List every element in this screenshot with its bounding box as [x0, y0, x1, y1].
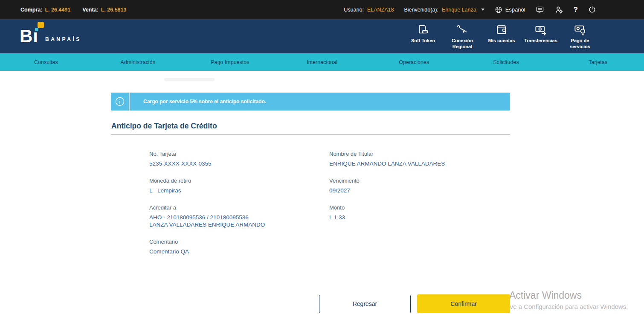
logo-brand-text: BANPAÍS: [45, 36, 81, 42]
nav-item-administracion[interactable]: Administración: [92, 59, 184, 65]
header-quick-menu: Soft Token Conexión Regional Mis cuentas: [406, 23, 597, 50]
watermark-subtitle: Ve a Configuración para activar Windows.: [509, 303, 628, 310]
logo-yellow-square: [38, 22, 44, 28]
field-credit-account: Acreditar a AHO - 210180095536 / 2101800…: [149, 204, 329, 228]
regional-connection-icon: [456, 23, 469, 37]
field-amount: Monto L 1.33: [329, 204, 510, 228]
exchange-rates: Compra: L. 26.4491 Venta: L. 26.5813: [20, 7, 126, 13]
field-withdraw-currency: Moneda de retiro L - Lempiras: [149, 178, 329, 194]
field-value: ENRIQUE ARMANDO LANZA VALLADARES: [329, 160, 510, 167]
sell-rate-value: L. 26.5813: [101, 7, 127, 13]
logo-cyan-dot: [35, 28, 38, 31]
nav-item-operaciones[interactable]: Operaciones: [368, 59, 460, 65]
messages-button[interactable]: [536, 6, 544, 14]
field-comment: Comentario Comentario QA: [149, 239, 329, 255]
field-label: No. Tarjeta: [149, 151, 329, 157]
info-banner-message: Cargo por servicio 5% sobre el anticipo …: [130, 93, 266, 111]
field-label: Monto: [329, 204, 510, 211]
main-header: Bı BANPAÍS Soft Token: [0, 19, 644, 53]
info-banner-icon-cell: [111, 93, 130, 111]
chat-icon: [536, 6, 544, 14]
nav-item-internacional[interactable]: Internacional: [276, 59, 368, 65]
top-status-bar: Compra: L. 26.4491 Venta: L. 26.5813 Usu…: [0, 0, 644, 19]
field-value: 5235-XXXX-XXXX-0355: [149, 160, 329, 167]
user-settings-icon: [554, 5, 563, 14]
menu-item-transferencias[interactable]: Transferencias: [524, 23, 558, 50]
page-title: Anticipo de Tarjeta de Crédito: [111, 122, 217, 131]
confirmar-button[interactable]: Confirmar: [417, 294, 510, 313]
nav-item-solicitudes[interactable]: Solicitudes: [460, 59, 552, 65]
buy-rate-label: Compra:: [20, 7, 42, 13]
menu-item-conexion-regional[interactable]: Conexión Regional: [445, 23, 479, 50]
field-label: Nombre de Titular: [329, 151, 510, 157]
advance-details: No. Tarjeta 5235-XXXX-XXXX-0355 Nombre d…: [149, 151, 510, 265]
main-nav: Consultas Administración Pago Impuestos …: [0, 53, 644, 71]
username-label: Usuario:: [344, 7, 364, 13]
menu-item-label: Transferencias: [524, 38, 557, 44]
nav-item-pago-impuestos[interactable]: Pago Impuestos: [184, 59, 276, 65]
field-label: Vencimiento: [329, 178, 510, 184]
menu-item-soft-token[interactable]: Soft Token: [406, 23, 440, 50]
info-icon: [115, 96, 125, 107]
windows-activation-watermark: Activar Windows Ve a Configuración para …: [509, 290, 628, 310]
action-buttons: Regresar Confirmar: [319, 294, 510, 313]
field-value: AHO - 210180095536 / 210180095536: [149, 214, 329, 221]
watermark-title: Activar Windows: [509, 290, 628, 301]
menu-item-label: Pago de servicios: [563, 38, 597, 50]
logout-button[interactable]: [588, 6, 596, 14]
topbar-user-area: Usuario: ELANZA18 Bienvenido(a): Enrique…: [344, 5, 596, 14]
chevron-down-icon: [481, 9, 484, 11]
nav-item-tarjetas[interactable]: Tarjetas: [552, 59, 644, 65]
language-selector[interactable]: Español: [495, 6, 525, 14]
regresar-button[interactable]: Regresar: [319, 295, 411, 313]
nav-item-consultas[interactable]: Consultas: [0, 59, 92, 65]
buy-rate: Compra: L. 26.4491: [20, 7, 70, 13]
field-holder-name: Nombre de Titular ENRIQUE ARMANDO LANZA …: [329, 151, 510, 167]
field-label: Comentario: [149, 239, 329, 245]
bill-pay-icon: [574, 23, 586, 37]
welcome-label: Bienvenido(a):: [404, 7, 438, 13]
faint-placeholder-bar: [164, 78, 215, 81]
username-value: ELANZA18: [367, 7, 394, 13]
power-icon: [588, 6, 596, 14]
wallet-icon: [496, 23, 508, 37]
buy-rate-value: L. 26.4491: [45, 7, 70, 13]
menu-item-pago-servicios[interactable]: Pago de servicios: [563, 23, 597, 50]
help-icon: ?: [574, 6, 578, 14]
username-display: Usuario: ELANZA18: [344, 7, 394, 13]
field-label: Moneda de retiro: [149, 178, 329, 184]
field-value-line2: LANZA VALLADARES ENRIQUE ARMANDO: [149, 221, 329, 228]
field-value: L - Lempiras: [149, 187, 329, 194]
info-banner: Cargo por servicio 5% sobre el anticipo …: [111, 93, 510, 111]
menu-item-label: Mis cuentas: [488, 38, 515, 44]
field-expiration: Vencimiento 09/2027: [329, 178, 510, 194]
sell-rate: Venta: L. 26.5813: [82, 7, 126, 13]
sell-rate-label: Venta:: [82, 7, 99, 13]
welcome-name: Enrique Lanza: [442, 7, 476, 13]
logo-letter-b: B: [20, 26, 33, 46]
logo-mark: Bı: [20, 27, 38, 45]
globe-icon: [495, 6, 502, 14]
menu-item-label: Conexión Regional: [445, 38, 479, 50]
money-transfer-icon: [534, 23, 547, 37]
field-card-number: No. Tarjeta 5235-XXXX-XXXX-0355: [149, 151, 329, 167]
menu-item-label: Soft Token: [411, 38, 435, 44]
field-value: L 1.33: [329, 214, 510, 221]
field-value: Comentario QA: [149, 248, 329, 255]
user-settings-button[interactable]: [554, 5, 563, 14]
help-button[interactable]: ?: [574, 6, 578, 14]
title-divider: [111, 134, 510, 134]
field-value: 09/2027: [329, 187, 510, 194]
banpais-logo[interactable]: Bı BANPAÍS: [20, 27, 81, 45]
field-label: Acreditar a: [149, 204, 329, 211]
language-label: Español: [505, 6, 525, 13]
soft-token-icon: [417, 23, 429, 37]
welcome-menu[interactable]: Bienvenido(a): Enrique Lanza: [404, 7, 484, 13]
menu-item-mis-cuentas[interactable]: Mis cuentas: [484, 23, 519, 50]
